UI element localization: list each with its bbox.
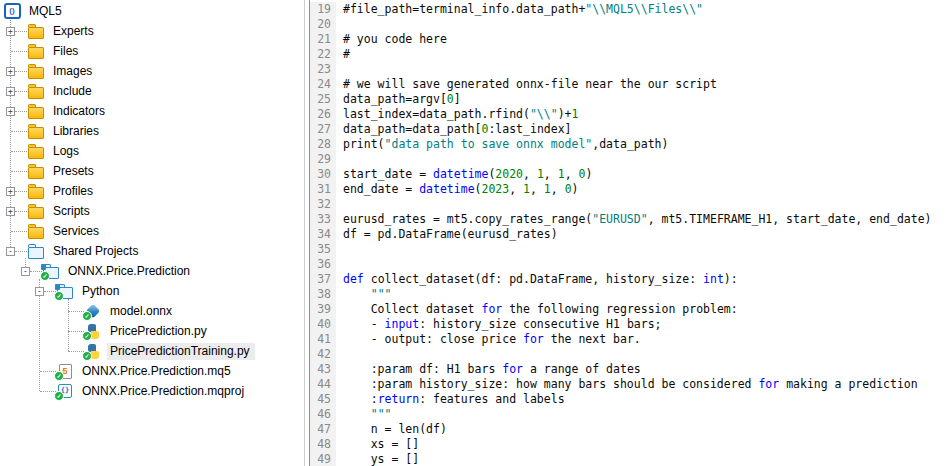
code-line[interactable]: 36 <box>310 257 947 272</box>
code-line[interactable]: 21# you code here <box>310 32 947 47</box>
tree-item-files[interactable]: Files <box>0 41 304 61</box>
line-number[interactable]: 46 <box>310 407 336 422</box>
line-number[interactable]: 37 <box>310 272 336 287</box>
tree-item-mql5[interactable]: ()MQL5 <box>0 1 304 21</box>
folder-yellow-icon <box>27 183 45 199</box>
line-number[interactable]: 39 <box>310 302 336 317</box>
line-number[interactable]: 25 <box>310 92 336 107</box>
code-line[interactable]: 43 :param df: H1 bars for a range of dat… <box>310 362 947 377</box>
line-number[interactable]: 31 <box>310 182 336 197</box>
line-number[interactable]: 24 <box>310 77 336 92</box>
code-line[interactable]: 29 <box>310 152 947 167</box>
code-line[interactable]: 19#file_path=terminal_info.data_path+"\\… <box>310 2 947 17</box>
code-line[interactable]: 48 xs = [] <box>310 437 947 452</box>
code-line[interactable]: 24# we will save generated onnx-file nea… <box>310 77 947 92</box>
line-number[interactable]: 19 <box>310 2 336 17</box>
tree-item-pricepredictiontraining-py[interactable]: ✓PricePredictionTraining.py <box>0 341 304 361</box>
code-line[interactable]: 26last_index=data_path.rfind("\\")+1 <box>310 107 947 122</box>
line-number[interactable]: 40 <box>310 317 336 332</box>
tree-item-logs[interactable]: Logs <box>0 141 304 161</box>
code-line[interactable]: 31end_date = datetime(2023, 1, 1, 0) <box>310 182 947 197</box>
tree-item-experts[interactable]: +Experts <box>0 21 304 41</box>
code-line[interactable]: 30start_date = datetime(2020, 1, 1, 0) <box>310 167 947 182</box>
code-line[interactable]: 45 :return: features and labels <box>310 392 947 407</box>
tree-connector <box>68 311 84 312</box>
line-number[interactable]: 45 <box>310 392 336 407</box>
line-number[interactable]: 32 <box>310 197 336 212</box>
tree-item-priceprediction-py[interactable]: ✓PricePrediction.py <box>0 321 304 341</box>
line-number[interactable]: 28 <box>310 137 336 152</box>
code-line[interactable]: 42 <box>310 347 947 362</box>
tree-item-libraries[interactable]: Libraries <box>0 121 304 141</box>
line-number[interactable]: 29 <box>310 152 336 167</box>
code-line[interactable]: 46 """ <box>310 407 947 422</box>
line-number[interactable]: 27 <box>310 122 336 137</box>
line-number[interactable]: 44 <box>310 377 336 392</box>
tree-item-indicators[interactable]: +Indicators <box>0 101 304 121</box>
tree-item-shared-projects[interactable]: -Shared Projects <box>0 241 304 261</box>
line-number[interactable]: 42 <box>310 347 336 362</box>
line-number[interactable]: 48 <box>310 437 336 452</box>
line-number[interactable]: 23 <box>310 62 336 77</box>
tree-item-onnx-price-prediction[interactable]: -✓ONNX.Price.Prediction <box>0 261 304 281</box>
code-line[interactable]: 27data_path=data_path[0:last_index] <box>310 122 947 137</box>
code-line[interactable]: 41 - output: close price for the next ba… <box>310 332 947 347</box>
line-number[interactable]: 47 <box>310 422 336 437</box>
code-line[interactable]: 38 """ <box>310 287 947 302</box>
code-text: # you code here <box>336 32 447 47</box>
tree-item-services[interactable]: Services <box>0 221 304 241</box>
line-number[interactable]: 38 <box>310 287 336 302</box>
line-number[interactable]: 26 <box>310 107 336 122</box>
code-line[interactable]: 33eurusd_rates = mt5.copy_rates_range("E… <box>310 212 947 227</box>
code-line[interactable]: 23 <box>310 62 947 77</box>
code-line[interactable]: 20 <box>310 17 947 32</box>
tree-item-images[interactable]: +Images <box>0 61 304 81</box>
line-number[interactable]: 21 <box>310 32 336 47</box>
code-line[interactable]: 39 Collect dataset for the following reg… <box>310 302 947 317</box>
line-number[interactable]: 30 <box>310 167 336 182</box>
code-line[interactable]: 22# <box>310 47 947 62</box>
tree-item-onnx-price-prediction-mq5[interactable]: 5✓ONNX.Price.Prediction.mq5 <box>0 361 304 381</box>
code-line[interactable]: 47 n = len(df) <box>310 422 947 437</box>
line-number[interactable]: 20 <box>310 17 336 32</box>
code-line[interactable]: 40 - input: history_size consecutive H1 … <box>310 317 947 332</box>
line-number[interactable]: 35 <box>310 242 336 257</box>
code-token: , <box>530 182 544 196</box>
tree-item-presets[interactable]: Presets <box>0 161 304 181</box>
line-number[interactable]: 34 <box>310 227 336 242</box>
tree-item-include[interactable]: +Include <box>0 81 304 101</box>
expander-minus-icon[interactable]: - <box>35 287 44 296</box>
line-number[interactable]: 43 <box>310 362 336 377</box>
code-line[interactable]: 49 ys = [] <box>310 452 947 466</box>
expander-plus-icon[interactable]: + <box>6 27 15 36</box>
line-number[interactable]: 41 <box>310 332 336 347</box>
code-line[interactable]: 25data_path=argv[0] <box>310 92 947 107</box>
tree-item-profiles[interactable]: +Profiles <box>0 181 304 201</box>
line-number[interactable]: 36 <box>310 257 336 272</box>
code-line[interactable]: 28print("data path to save onnx model",d… <box>310 137 947 152</box>
expander-plus-icon[interactable]: + <box>6 187 15 196</box>
tree-item-model-onnx[interactable]: ✓model.onnx <box>0 301 304 321</box>
code-line[interactable]: 32 <box>310 197 947 212</box>
line-number[interactable]: 22 <box>310 47 336 62</box>
expander-minus-icon[interactable]: - <box>6 247 15 256</box>
expander-plus-icon[interactable]: + <box>6 107 15 116</box>
tree-item-python[interactable]: -✓Python <box>0 281 304 301</box>
expander-plus-icon[interactable]: + <box>6 67 15 76</box>
code-token: 2020 <box>495 167 523 181</box>
tree-item-scripts[interactable]: +Scripts <box>0 201 304 221</box>
code-line[interactable]: 34df = pd.DataFrame(eurusd_rates) <box>310 227 947 242</box>
line-number[interactable]: 33 <box>310 212 336 227</box>
tree-item-onnx-price-prediction-mqproj[interactable]: {}✓ONNX.Price.Prediction.mqproj <box>0 381 304 401</box>
check-badge-icon: ✓ <box>40 271 50 281</box>
code-line[interactable]: 44 :param history_size: how many bars sh… <box>310 377 947 392</box>
expander-plus-icon[interactable]: + <box>6 87 15 96</box>
expander-minus-icon[interactable]: - <box>21 267 30 276</box>
code-line[interactable]: 37def collect_dataset(df: pd.DataFrame, … <box>310 272 947 287</box>
code-editor[interactable]: 19#file_path=terminal_info.data_path+"\\… <box>309 0 947 466</box>
code-line[interactable]: 35 <box>310 242 947 257</box>
line-number[interactable]: 49 <box>310 452 336 466</box>
tree-item-label: Profiles <box>50 183 98 200</box>
expander-plus-icon[interactable]: + <box>6 207 15 216</box>
code-token: , <box>544 167 558 181</box>
